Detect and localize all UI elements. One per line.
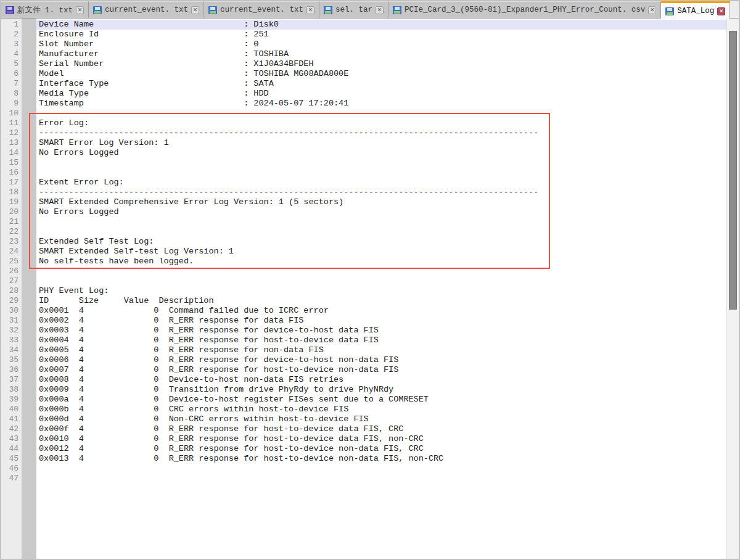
line-number: 34 (1, 345, 22, 355)
text-line: ----------------------------------------… (36, 187, 726, 197)
line-number: 43 (1, 434, 22, 444)
line-number: 33 (1, 336, 22, 345)
text-line (36, 227, 726, 237)
tab-4[interactable]: sel. tar✕ (319, 1, 388, 18)
text-line: 0x0004 4 0 R_ERR response for host-to-de… (36, 336, 726, 345)
text-line: 0x0005 4 0 R_ERR response for non-data F… (36, 345, 726, 355)
bookmark-margin (22, 19, 36, 559)
line-number: 15 (1, 158, 22, 168)
close-icon[interactable]: ✕ (648, 6, 656, 14)
line-number: 4 (1, 49, 22, 59)
line-number: 36 (1, 365, 22, 375)
line-number: 23 (1, 237, 22, 247)
text-line: Timestamp : 2024-05-07 17:20:41 (36, 99, 726, 109)
text-content[interactable]: Device Name : Disk0Enclosure Id : 251Slo… (36, 19, 726, 559)
line-number: 19 (1, 197, 22, 207)
line-number: 24 (1, 247, 22, 257)
text-line: SMART Error Log Version: 1 (36, 138, 726, 148)
tab-label: sel. tar (335, 6, 372, 14)
tab-6[interactable]: SATA_Log✕ (661, 1, 730, 19)
close-icon[interactable]: ✕ (717, 7, 725, 15)
vertical-scrollbar[interactable] (726, 19, 739, 559)
text-line: 0x0013 4 0 R_ERR response for host-to-de… (36, 454, 726, 464)
line-number: 2 (1, 30, 22, 39)
line-number: 22 (1, 227, 22, 237)
editor-window: 新文件 1. txt✕current_event. txt✕current_ev… (0, 0, 740, 560)
text-line: 0x0006 4 0 R_ERR response for device-to-… (36, 355, 726, 365)
text-line (36, 168, 726, 178)
line-number-gutter: 1234567891011121314151617181920212223242… (1, 19, 22, 559)
line-number: 6 (1, 69, 22, 79)
text-line: Extent Error Log: (36, 178, 726, 187)
text-line: SMART Extended Self-test Log Version: 1 (36, 247, 726, 257)
text-line: Serial Number : X1J0A34BFDEH (36, 59, 726, 69)
text-line: ----------------------------------------… (36, 128, 726, 138)
line-number: 18 (1, 187, 22, 197)
line-number: 29 (1, 296, 22, 306)
line-number: 11 (1, 118, 22, 128)
line-number: 13 (1, 138, 22, 148)
floppy-disk-icon (93, 6, 102, 14)
text-line: No self-tests have been logged. (36, 257, 726, 266)
floppy-disk-icon (208, 6, 217, 14)
text-line (36, 109, 726, 118)
line-number: 37 (1, 375, 22, 385)
text-line: No Errors Logged (36, 148, 726, 158)
close-icon[interactable]: ✕ (306, 6, 314, 14)
close-icon[interactable]: ✕ (376, 6, 384, 14)
line-number: 21 (1, 217, 22, 227)
line-number: 31 (1, 316, 22, 326)
text-line: Media Type : HDD (36, 89, 726, 99)
text-line: Model : TOSHIBA MG08ADA800E (36, 69, 726, 79)
scrollbar-thumb[interactable] (729, 31, 737, 310)
tab-5[interactable]: PCIe_Card_3_(9560-8i)_Expander1_PHY_Erro… (388, 1, 661, 18)
text-line: 0x0012 4 0 R_ERR response for host-to-de… (36, 444, 726, 454)
text-line: Extended Self Test Log: (36, 237, 726, 247)
line-number: 44 (1, 444, 22, 454)
line-number: 28 (1, 286, 22, 296)
floppy-disk-icon (6, 6, 14, 14)
line-number: 17 (1, 178, 22, 187)
tab-1[interactable]: 新文件 1. txt✕ (1, 1, 89, 18)
line-number: 8 (1, 89, 22, 99)
text-line (36, 464, 726, 474)
tab-3[interactable]: current_event. txt✕ (204, 1, 319, 18)
text-line: 0x0002 4 0 R_ERR response for data FIS (36, 316, 726, 326)
text-line (36, 217, 726, 227)
line-number: 3 (1, 39, 22, 49)
close-icon[interactable]: ✕ (76, 6, 84, 14)
text-line (36, 266, 726, 276)
tab-label: 新文件 1. txt (17, 5, 73, 15)
text-line: SMART Extended Comprehensive Error Log V… (36, 197, 726, 207)
editor-area: 1234567891011121314151617181920212223242… (1, 19, 739, 559)
text-line: Manufacturer : TOSHIBA (36, 49, 726, 59)
text-line (36, 158, 726, 168)
text-line: 0x0001 4 0 Command failed due to ICRC er… (36, 306, 726, 316)
line-number: 45 (1, 454, 22, 464)
line-number: 9 (1, 99, 22, 109)
text-line: Interface Type : SATA (36, 79, 726, 89)
text-line (36, 276, 726, 286)
text-line: 0x0008 4 0 Device-to-host non-data FIS r… (36, 375, 726, 385)
line-number: 20 (1, 207, 22, 217)
text-line (36, 474, 726, 484)
line-number: 40 (1, 405, 22, 414)
text-line: 0x000f 4 0 R_ERR response for host-to-de… (36, 424, 726, 434)
floppy-disk-icon (665, 7, 674, 15)
line-number: 27 (1, 276, 22, 286)
line-number: 42 (1, 424, 22, 434)
text-line: 0x000d 4 0 Non-CRC errors within host-to… (36, 414, 726, 424)
line-number: 5 (1, 59, 22, 69)
line-number: 25 (1, 257, 22, 266)
line-number: 39 (1, 395, 22, 405)
line-number: 1 (1, 20, 22, 30)
tab-2[interactable]: current_event. txt✕ (89, 1, 204, 18)
text-line: 0x0010 4 0 R_ERR response for host-to-de… (36, 434, 726, 444)
text-line: PHY Event Log: (36, 286, 726, 296)
line-number: 35 (1, 355, 22, 365)
tab-label: current_event. txt (105, 6, 188, 14)
floppy-disk-icon (393, 6, 401, 14)
text-line: 0x0003 4 0 R_ERR response for device-to-… (36, 326, 726, 336)
close-icon[interactable]: ✕ (191, 6, 199, 14)
line-number: 30 (1, 306, 22, 316)
